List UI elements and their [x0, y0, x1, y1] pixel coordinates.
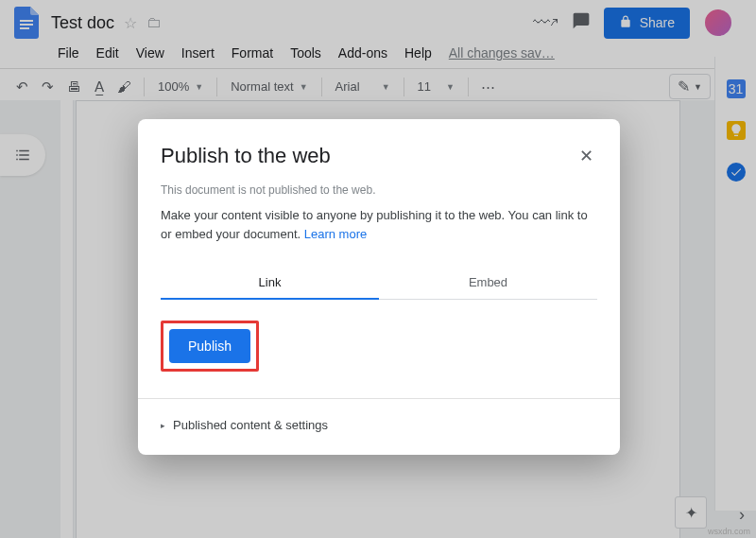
- annotation-highlight: Publish: [161, 321, 259, 372]
- tab-link[interactable]: Link: [161, 266, 379, 299]
- dialog-subtitle: This document is not published to the we…: [138, 170, 620, 206]
- watermark: wsxdn.com: [708, 527, 750, 536]
- tab-embed[interactable]: Embed: [379, 266, 597, 299]
- learn-more-link[interactable]: Learn more: [304, 227, 367, 241]
- published-settings-toggle[interactable]: ▸ Published content & settings: [138, 403, 620, 443]
- publish-button[interactable]: Publish: [169, 329, 250, 363]
- close-icon[interactable]: ✕: [576, 142, 597, 170]
- dialog-title: Publish to the web: [161, 144, 331, 168]
- dialog-description: Make your content visible to anyone by p…: [138, 206, 620, 243]
- chevron-right-icon: ▸: [161, 421, 165, 430]
- publish-dialog: Publish to the web ✕ This document is no…: [138, 119, 620, 455]
